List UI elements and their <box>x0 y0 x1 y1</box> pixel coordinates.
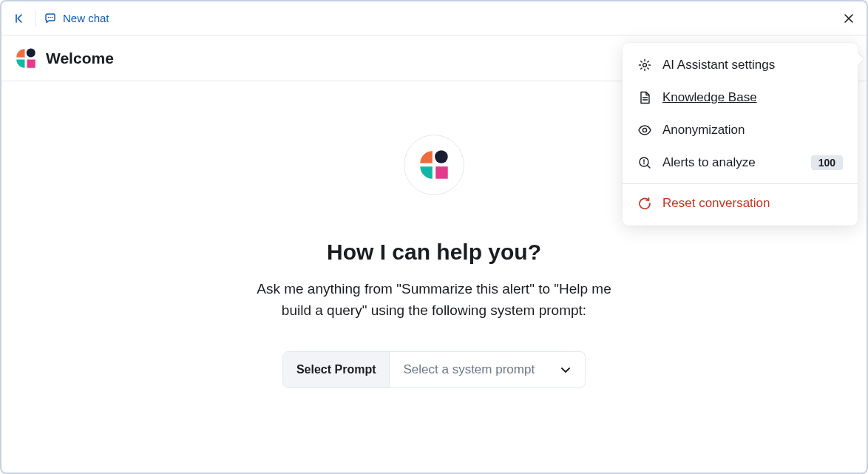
menu-item-anonymization[interactable]: Anonymization <box>623 114 858 146</box>
welcome-heading: How I can help you? <box>327 240 541 265</box>
select-prompt-placeholder: Select a system prompt <box>403 362 535 377</box>
top-bar: New chat <box>1 1 867 35</box>
alerts-count-badge: 100 <box>811 155 843 170</box>
menu-item-ai-settings[interactable]: AI Assistant settings <box>623 49 858 81</box>
menu-item-label: Alerts to analyze <box>662 155 801 170</box>
select-prompt-dropdown[interactable]: Select a system prompt <box>390 352 585 387</box>
svg-point-5 <box>643 64 647 67</box>
system-prompt-selector: Select Prompt Select a system prompt <box>282 351 586 388</box>
chevron-down-icon <box>560 364 572 376</box>
eye-icon <box>637 123 652 138</box>
select-prompt-label: Select Prompt <box>283 352 390 387</box>
new-chat-label: New chat <box>63 12 109 24</box>
menu-item-label: AI Assistant settings <box>662 58 843 72</box>
magnify-alert-icon <box>637 155 652 170</box>
menu-item-reset-conversation[interactable]: Reset conversation <box>623 183 858 220</box>
svg-point-6 <box>642 128 646 132</box>
chat-bubble-icon <box>44 12 57 25</box>
svg-point-3 <box>27 48 35 57</box>
popover-arrow-icon <box>858 53 864 65</box>
svg-point-8 <box>643 163 645 165</box>
assistant-logo-icon <box>15 47 37 70</box>
settings-popover: AI Assistant settings Knowledge Base Ano… <box>623 43 858 226</box>
refresh-icon <box>637 196 652 211</box>
svg-point-0 <box>48 16 50 18</box>
assistant-logo-circle <box>404 135 464 195</box>
welcome-subtext: Ask me anything from "Summarize this ale… <box>242 278 626 322</box>
svg-point-9 <box>435 150 448 163</box>
svg-rect-10 <box>435 166 448 179</box>
vertical-divider <box>35 10 36 27</box>
menu-item-label: Reset conversation <box>662 196 843 211</box>
page-title: Welcome <box>46 50 114 67</box>
svg-rect-4 <box>27 59 35 67</box>
svg-point-2 <box>52 16 53 18</box>
new-chat-button[interactable]: New chat <box>44 12 109 25</box>
svg-point-1 <box>50 16 51 18</box>
menu-item-alerts-to-analyze[interactable]: Alerts to analyze 100 <box>623 146 858 179</box>
collapse-sidebar-button[interactable] <box>10 10 28 27</box>
gear-icon <box>637 58 652 72</box>
menu-item-knowledge-base[interactable]: Knowledge Base <box>623 81 858 114</box>
chevron-first-icon <box>13 13 25 24</box>
close-icon <box>844 13 854 24</box>
assistant-logo-icon <box>418 149 450 181</box>
document-icon <box>637 90 652 105</box>
menu-item-label: Knowledge Base <box>662 90 843 105</box>
menu-item-label: Anonymization <box>662 123 843 138</box>
close-button[interactable] <box>840 10 858 27</box>
